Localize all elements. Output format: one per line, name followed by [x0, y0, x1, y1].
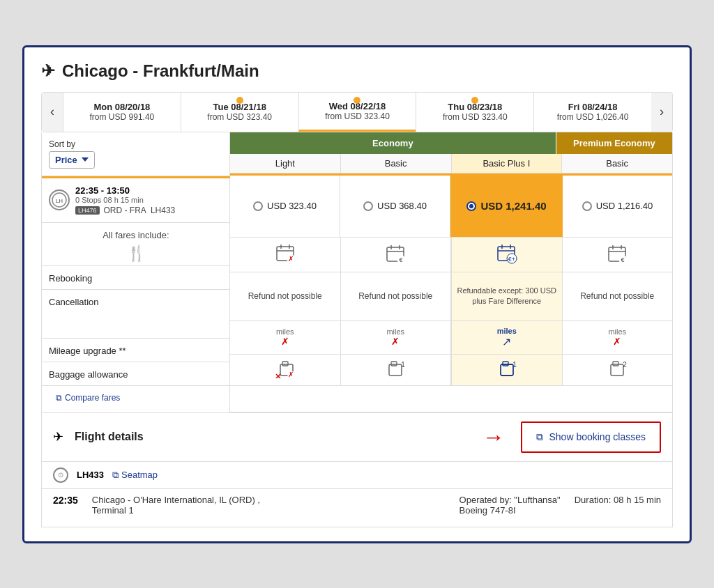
booking-icon: ⧉	[536, 431, 543, 443]
rebooking-cell-3: €	[563, 238, 673, 272]
mileage-cell-3: miles ✗	[563, 321, 673, 354]
miles-label-1: miles	[386, 327, 404, 336]
bag-2-icon: 2	[607, 360, 628, 380]
radio-2[interactable]	[466, 201, 476, 211]
fare-sub-0: Light	[230, 154, 341, 173]
price-cell-1[interactable]: USD 368.40	[340, 176, 450, 237]
main-card: ✈ Chicago - Frankfurt/Main ‹ Mon 08/20/1…	[22, 45, 692, 543]
mileage-cells: miles ✗ miles ✗ miles ↗ miles ✗	[230, 321, 672, 355]
bag-x-icon-0: ✗	[275, 360, 296, 380]
svg-text:€+: €+	[508, 256, 515, 263]
compare-icon: ⧉	[56, 393, 62, 403]
refund-not-1: Refund not possible	[358, 291, 432, 301]
svg-text:✗: ✗	[288, 255, 294, 263]
cancellation-label: Cancellation	[49, 295, 99, 307]
refund-not-3: Refund not possible	[580, 291, 654, 301]
date-price-2: from USD 323.40	[325, 111, 390, 121]
calendar-euro-icon-1: €	[386, 244, 405, 265]
flight-details-row: ✈ Flight details → ⧉ Show booking classe…	[41, 413, 673, 462]
baggage-cell-3: 2	[563, 355, 673, 385]
lh-circle: ⊙	[53, 467, 68, 483]
economy-header: Economy	[230, 132, 556, 154]
prev-date-button[interactable]: ‹	[42, 93, 63, 132]
all-fares-left: All fares include: 🍴	[42, 223, 230, 265]
plane-icon: ✈	[41, 61, 55, 81]
mileage-label: Mileage upgrade **	[49, 344, 126, 356]
all-fares-section: All fares include: 🍴 Rebooking Cancellat…	[42, 223, 229, 386]
cancel-cell-3: Refund not possible	[563, 272, 673, 320]
date-dot-3	[471, 97, 478, 104]
flight-route-text: ORD - FRA	[104, 206, 146, 215]
radio-3[interactable]	[582, 201, 592, 211]
svg-rect-33	[391, 362, 397, 366]
route-title: ✈ Chicago - Frankfurt/Main	[41, 61, 673, 81]
content-area: Sort by Price LH 22:35 - 13:50	[41, 132, 673, 413]
flight-time-text: 22:35 - 13:50	[75, 185, 175, 196]
flight-info: LH 22:35 - 13:50 0 Stops 08 h 15 min LH4…	[42, 176, 230, 223]
date-tab-1[interactable]: Tue 08/21/18 from USD 323.40	[181, 93, 298, 132]
sort-select[interactable]: Price	[49, 151, 95, 169]
price-cell-0[interactable]: USD 323.40	[230, 176, 340, 237]
miles-label-3: miles	[608, 327, 626, 336]
date-tab-4[interactable]: Fri 08/24/18 from USD 1,026.40	[533, 93, 651, 132]
date-tab-3[interactable]: Thu 08/23/18 from USD 323.40	[416, 93, 533, 132]
price-text-3: USD 1,216.40	[596, 201, 653, 211]
lh-code-text: LH433	[77, 470, 104, 480]
date-price-0: from USD 991.40	[90, 112, 155, 122]
radio-0[interactable]	[253, 201, 263, 211]
date-label-4: Fri 08/24/18	[568, 102, 618, 112]
seatmap-icon: ⧉	[112, 470, 119, 481]
date-price-4: from USD 1,026.40	[557, 112, 629, 122]
date-tab-0[interactable]: Mon 08/20/18 from USD 991.40	[63, 93, 181, 132]
premium-header: Premium Economy	[556, 132, 672, 154]
flight-code-row: LH476 ORD - FRA LH433	[75, 206, 175, 215]
svg-text:€: €	[621, 256, 625, 263]
fare-subheader-row: Light Basic Basic Plus I Basic	[230, 154, 672, 173]
miles-x-0: ✗	[281, 336, 289, 347]
depart-detail: 22:35 Chicago - O'Hare International, IL…	[41, 489, 673, 527]
flight-stops-row: 0 Stops 08 h 15 min	[75, 196, 175, 204]
svg-rect-27	[282, 362, 288, 366]
cancellation-label-row: Cancellation	[42, 289, 230, 338]
date-nav: ‹ Mon 08/20/18 from USD 991.40 Tue 08/21…	[41, 92, 673, 132]
left-column: Sort by Price LH 22:35 - 13:50	[42, 132, 230, 412]
calendar-euro-icon-3: €	[607, 244, 627, 265]
flight-details-title: Flight details	[75, 431, 144, 443]
compare-fares-row: ⧉ Compare fares	[42, 386, 229, 412]
date-dot-1	[236, 97, 243, 104]
show-booking-label: Show booking classes	[549, 431, 646, 442]
svg-text:2: 2	[623, 361, 627, 369]
baggage-label-row: Baggage allowance	[42, 362, 230, 385]
fare-sub-1: Basic	[341, 154, 452, 173]
svg-text:1: 1	[401, 361, 405, 369]
flight-details-plane-icon: ✈	[53, 429, 63, 444]
price-cell-2[interactable]: USD 1,241.40	[450, 176, 563, 237]
baggage-cells: ✗ 1	[230, 355, 672, 386]
compare-fares-link[interactable]: ⧉ Compare fares	[49, 390, 222, 408]
svg-text:1: 1	[512, 361, 517, 369]
refundable-text: Refundable except: 300 USD plus Fare Dif…	[455, 286, 559, 307]
fare-columns: Economy Premium Economy Light Basic Basi…	[230, 132, 672, 412]
next-date-button[interactable]: ›	[651, 93, 672, 132]
radio-1[interactable]	[363, 201, 373, 211]
price-text-2: USD 1,241.40	[480, 200, 546, 212]
baggage-label: Baggage allowance	[49, 368, 128, 380]
date-tab-2[interactable]: Wed 08/22/18 from USD 323.40	[298, 93, 416, 132]
show-booking-button[interactable]: ⧉ Show booking classes	[521, 421, 661, 453]
date-label-0: Mon 08/20/18	[93, 102, 150, 112]
rebooking-cell-0: ✗	[230, 238, 341, 272]
svg-rect-39	[613, 362, 618, 366]
mileage-cell-0: miles ✗	[230, 321, 341, 354]
svg-text:LH: LH	[56, 198, 63, 204]
seatmap-link[interactable]: ⧉ Seatmap	[112, 470, 158, 481]
route-text: Chicago - Frankfurt/Main	[62, 61, 259, 81]
miles-x-1: ✗	[391, 336, 400, 347]
price-text-1: USD 368.40	[377, 201, 427, 211]
depart-operated: Operated by: "Lufthansa"Boeing 747-8I	[459, 495, 561, 516]
price-cell-3[interactable]: USD 1,216.40	[563, 176, 672, 237]
date-dot-2	[354, 97, 360, 104]
flight-times-col: 22:35 - 13:50 0 Stops 08 h 15 min LH476 …	[75, 185, 175, 215]
fare-sub-3: Basic	[562, 154, 672, 173]
cancel-cell-2: Refundable except: 300 USD plus Fare Dif…	[451, 272, 563, 320]
lh-detail-row: ⊙ LH433 ⧉ Seatmap	[41, 462, 673, 489]
